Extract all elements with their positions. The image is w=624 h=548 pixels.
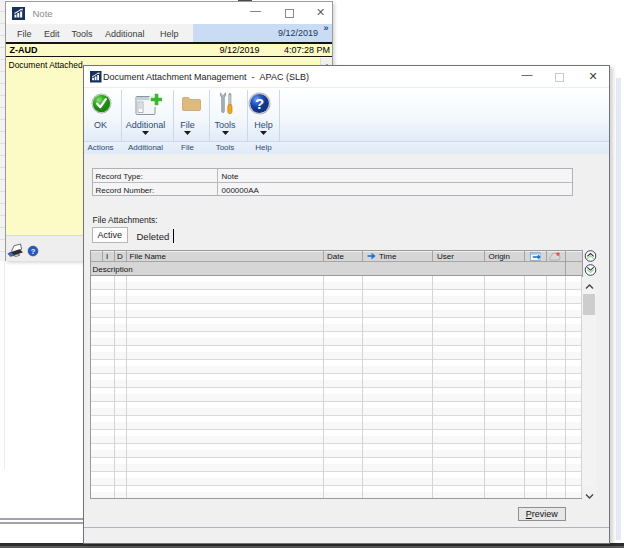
svg-text:?: ? — [30, 247, 35, 256]
svg-text:?: ? — [255, 95, 264, 112]
